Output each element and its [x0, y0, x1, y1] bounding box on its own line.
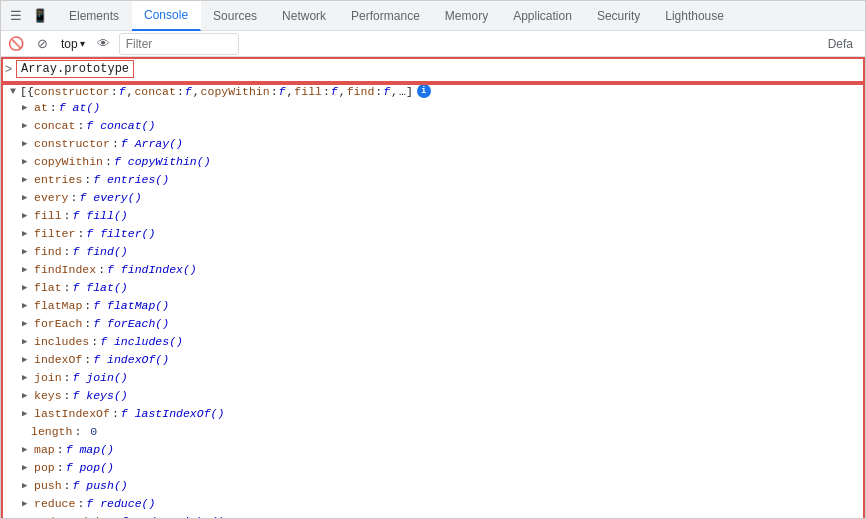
top-select[interactable]: top ▾: [57, 33, 89, 55]
prop-arrow: ▶: [22, 262, 30, 278]
prop-arrow: ▶: [22, 136, 30, 152]
prop-arrow: ▶: [22, 514, 30, 519]
prop-row[interactable]: ▶forEach: f forEach(): [1, 315, 865, 333]
prop-row[interactable]: ▶entries: f entries(): [1, 171, 865, 189]
prop-arrow: ▶: [22, 316, 30, 332]
prop-arrow: ▶: [22, 370, 30, 386]
top-label: top: [61, 37, 78, 51]
prop-arrow: ▶: [22, 496, 30, 512]
eye-icon-button[interactable]: 👁: [93, 33, 115, 55]
prop-row[interactable]: ▶map: f map(): [1, 441, 865, 459]
info-icon[interactable]: i: [417, 84, 431, 98]
tab-security[interactable]: Security: [585, 1, 653, 31]
prop-row[interactable]: ▶concat: f concat(): [1, 117, 865, 135]
prop-row[interactable]: ▶every: f every(): [1, 189, 865, 207]
tabs-container: ElementsConsoleSourcesNetworkPerformance…: [57, 1, 737, 30]
default-label: Defa: [828, 37, 861, 51]
console-input[interactable]: Array.prototype: [16, 60, 134, 78]
tab-bar-icons: ☰ 📱: [5, 5, 51, 27]
prop-row[interactable]: ▶at: f at(): [1, 99, 865, 117]
prop-row[interactable]: ▶includes: f includes(): [1, 333, 865, 351]
prop-row[interactable]: ▶pop: f pop(): [1, 459, 865, 477]
filter-input[interactable]: [119, 33, 239, 55]
prop-arrow: ▶: [22, 388, 30, 404]
clear-console-button[interactable]: 🚫: [5, 33, 27, 55]
prop-row[interactable]: ▶reduceRight: f reduceRight(): [1, 513, 865, 519]
prop-arrow: ▶: [22, 100, 30, 116]
prop-row[interactable]: ▶find: f find(): [1, 243, 865, 261]
chevron-down-icon: ▾: [80, 38, 85, 49]
device-icon[interactable]: 📱: [29, 5, 51, 27]
tab-elements[interactable]: Elements: [57, 1, 132, 31]
prop-row-length: length: 0: [1, 423, 865, 441]
prop-arrow: ▶: [22, 352, 30, 368]
inspect-icon[interactable]: ☰: [5, 5, 27, 27]
prop-row[interactable]: ▶indexOf: f indexOf(): [1, 351, 865, 369]
tab-application[interactable]: Application: [501, 1, 585, 31]
tab-memory[interactable]: Memory: [433, 1, 501, 31]
prop-arrow: ▶: [22, 460, 30, 476]
prop-row[interactable]: ▶copyWithin: f copyWithin(): [1, 153, 865, 171]
console-input-row: > Array.prototype: [1, 57, 865, 83]
tab-bar: ☰ 📱 ElementsConsoleSourcesNetworkPerform…: [1, 1, 865, 31]
prop-arrow: ▶: [22, 280, 30, 296]
toolbar: 🚫 ⊘ top ▾ 👁 Defa: [1, 31, 865, 57]
prop-row[interactable]: ▶findIndex: f findIndex(): [1, 261, 865, 279]
prop-arrow: ▶: [22, 190, 30, 206]
prop-arrow: ▶: [22, 334, 30, 350]
prop-arrow: ▶: [22, 478, 30, 494]
console-output: ▼ [{ constructor : f , concat : f , copy…: [1, 83, 865, 519]
prop-arrow: ▶: [22, 298, 30, 314]
tab-console[interactable]: Console: [132, 1, 201, 31]
expand-arrow: ▼: [10, 86, 16, 97]
prop-row[interactable]: ▶fill: f fill(): [1, 207, 865, 225]
prop-row[interactable]: ▶join: f join(): [1, 369, 865, 387]
tab-performance[interactable]: Performance: [339, 1, 433, 31]
prop-row[interactable]: ▶flatMap: f flatMap(): [1, 297, 865, 315]
prop-row[interactable]: ▶constructor: f Array(): [1, 135, 865, 153]
tab-lighthouse[interactable]: Lighthouse: [653, 1, 737, 31]
object-summary-line[interactable]: ▼ [{ constructor : f , concat : f , copy…: [1, 83, 865, 99]
prop-row[interactable]: ▶push: f push(): [1, 477, 865, 495]
prop-arrow: ▶: [22, 154, 30, 170]
prop-row[interactable]: ▶flat: f flat(): [1, 279, 865, 297]
prop-arrow: ▶: [22, 406, 30, 422]
prop-arrow: ▶: [22, 172, 30, 188]
prop-row[interactable]: ▶lastIndexOf: f lastIndexOf(): [1, 405, 865, 423]
prop-arrow: ▶: [22, 244, 30, 260]
prop-row[interactable]: ▶keys: f keys(): [1, 387, 865, 405]
tab-sources[interactable]: Sources: [201, 1, 270, 31]
filter-toggle-button[interactable]: ⊘: [31, 33, 53, 55]
console-prompt: >: [5, 62, 12, 76]
prop-row[interactable]: ▶reduce: f reduce(): [1, 495, 865, 513]
prop-arrow: ▶: [22, 442, 30, 458]
props-container: ▶at: f at()▶concat: f concat()▶construct…: [1, 99, 865, 519]
prop-arrow: ▶: [22, 118, 30, 134]
prop-arrow: ▶: [22, 208, 30, 224]
tab-network[interactable]: Network: [270, 1, 339, 31]
prop-row[interactable]: ▶filter: f filter(): [1, 225, 865, 243]
prop-arrow: ▶: [22, 226, 30, 242]
